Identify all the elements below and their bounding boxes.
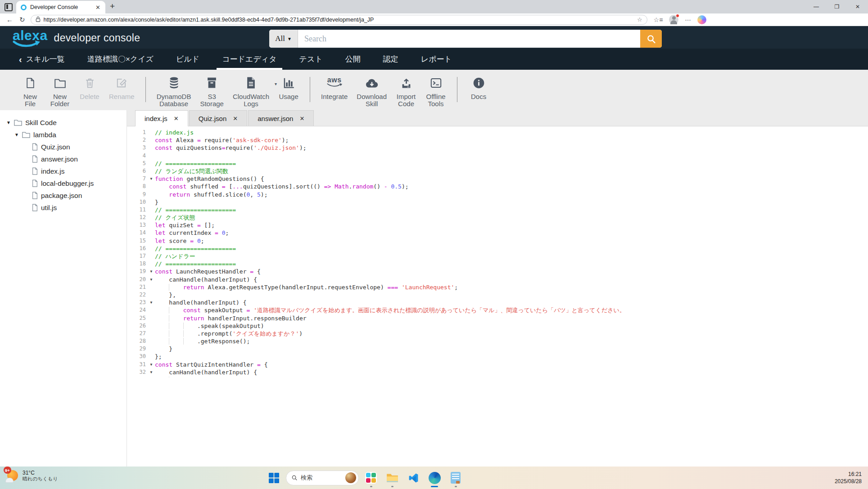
nav-item-report[interactable]: レポート — [416, 49, 457, 70]
toolbar-s3-storage-button[interactable]: S3Storage — [195, 76, 228, 108]
notepad-app[interactable] — [447, 467, 465, 488]
s3-storage-icon — [206, 76, 217, 90]
code-line: 24 const speakOutput = '道路標識マルバツクイズを始めます… — [127, 306, 868, 314]
favorites-icon[interactable]: ☆≡ — [654, 16, 663, 23]
tree-folder-lambda[interactable]: ▼lambda — [6, 129, 127, 141]
line-number: 10 — [127, 198, 148, 206]
fold-arrow-icon[interactable]: ▼ — [148, 361, 155, 368]
back-icon[interactable]: ← — [6, 16, 13, 23]
nav-item-build[interactable]: ビルド — [171, 49, 205, 70]
tree-file-package-json[interactable]: package.json — [6, 189, 127, 202]
bookmark-star-icon[interactable]: ☆ — [637, 16, 642, 23]
toolbar-download-skill-button[interactable]: DownloadSkill — [352, 76, 391, 108]
tab-close-icon[interactable]: ✕ — [174, 115, 179, 122]
edge-app[interactable] — [425, 467, 443, 488]
nav-item-skill-list[interactable]: ‹スキル一覧 — [14, 49, 70, 70]
weather-widget[interactable]: 9+ 31°C 晴れのちくもり — [5, 469, 58, 482]
close-button[interactable]: ✕ — [847, 0, 868, 13]
editor-toolbar: NewFileNewFolderDeleteRenameDynamoDBData… — [0, 70, 868, 110]
nav-item-skill-name[interactable]: 道路標識〇×クイズ — [82, 49, 159, 70]
search-button[interactable] — [640, 30, 662, 48]
taskbar: 9+ 31°C 晴れのちくもり 検索 — [0, 467, 868, 489]
line-number: 30 — [127, 353, 148, 360]
tab-actions-icon[interactable] — [5, 3, 13, 11]
nav-label: 認定 — [383, 54, 398, 64]
tree-file-answer-json[interactable]: answer.json — [6, 153, 127, 165]
tree-label: local-debugger.js — [41, 179, 94, 188]
toolbar-new-file-button[interactable]: NewFile — [15, 76, 45, 108]
editor: index.js✕Quiz.json✕answer.json✕ 1// inde… — [127, 110, 868, 467]
toolbar-import-code-button[interactable]: ImportCode — [391, 76, 421, 108]
file-explorer-app[interactable] — [383, 467, 401, 488]
code-text: function getRandomQuestions() { — [155, 175, 264, 183]
tree-root-skill-code[interactable]: ▼Skill Code — [6, 117, 127, 129]
usage-icon — [283, 76, 295, 90]
tree-file-Quiz-json[interactable]: Quiz.json — [6, 141, 127, 153]
more-menu-icon[interactable]: ⋯ — [685, 16, 691, 23]
slack-app[interactable] — [362, 467, 380, 488]
code-line: 1// index.js — [127, 129, 868, 136]
code-line: 13let quizSet = []; — [127, 221, 868, 229]
folder-icon — [22, 131, 30, 138]
code-view[interactable]: 1// index.js2const Alexa = require('ask-… — [127, 126, 868, 377]
line-number: 20 — [127, 276, 148, 283]
toolbar-usage-button[interactable]: Usage — [274, 76, 303, 100]
toolbar-new-folder-button[interactable]: NewFolder — [45, 76, 75, 108]
refresh-icon[interactable]: ↻ — [19, 16, 25, 24]
alexa-logo[interactable]: alexa developer console — [13, 29, 140, 47]
toolbar-docs-button[interactable]: Docs — [464, 76, 493, 100]
editor-tab-index-js[interactable]: index.js✕ — [135, 110, 188, 126]
line-number: 31 — [127, 361, 148, 368]
editor-tabs: index.js✕Quiz.json✕answer.json✕ — [127, 110, 868, 126]
fold-arrow-icon[interactable]: ▼ — [148, 268, 155, 275]
toolbar-offline-tools-button[interactable]: OfflineTools — [421, 76, 451, 108]
tree-file-local-debugger-js[interactable]: local-debugger.js — [6, 177, 127, 189]
fold-arrow-icon[interactable]: ▼ — [148, 276, 155, 283]
fold-gutter — [148, 283, 155, 291]
taskbar-search[interactable]: 検索 — [286, 471, 359, 485]
fold-arrow-icon[interactable]: ▼ — [148, 175, 155, 183]
copilot-icon[interactable] — [697, 15, 706, 24]
code-line: 20▼ canHandle(handlerInput) { — [127, 276, 868, 283]
toolbar-integrate-button[interactable]: awsIntegrate — [316, 76, 352, 100]
minimize-button[interactable]: — — [806, 0, 827, 13]
address-field[interactable]: https://developer.amazon.com/alexa/conso… — [31, 15, 647, 25]
fold-arrow-icon[interactable]: ▼ — [148, 368, 155, 376]
tree-label: answer.json — [41, 155, 78, 163]
toolbar-dynamodb-database-button[interactable]: DynamoDBDatabase — [152, 76, 196, 108]
tree-file-index-js[interactable]: index.js — [6, 165, 127, 177]
editor-tab-answer-json[interactable]: answer.json✕ — [248, 110, 314, 126]
editor-tab-Quiz-json[interactable]: Quiz.json✕ — [189, 110, 247, 126]
code-text: let currentIndex = 0; — [155, 229, 229, 237]
vscode-app[interactable] — [404, 467, 422, 488]
new-tab-button[interactable]: + — [110, 1, 115, 11]
screen: Developer Console ✕ + — ❐ ✕ ← ↻ https://… — [0, 0, 868, 489]
nav-item-code-editor[interactable]: コードエディタ — [217, 49, 282, 70]
restore-button[interactable]: ❐ — [827, 0, 847, 13]
chevron-expanded-icon[interactable]: ▼ — [6, 120, 11, 125]
offline-tools-icon — [430, 76, 442, 90]
start-button[interactable] — [265, 467, 283, 488]
nav-item-certify[interactable]: 認定 — [378, 49, 404, 70]
tab-close-icon[interactable]: ✕ — [233, 115, 238, 122]
search-scope-dropdown[interactable]: All ▼ — [269, 30, 298, 48]
tab-close-icon[interactable]: ✕ — [299, 115, 304, 122]
nav-label: テスト — [299, 54, 323, 64]
tree-label: Skill Code — [25, 119, 57, 127]
nav-item-test[interactable]: テスト — [294, 49, 328, 70]
search-input[interactable] — [298, 30, 640, 48]
toolbar-label: Rename — [109, 93, 135, 100]
line-number: 24 — [127, 306, 148, 314]
profile-avatar[interactable] — [669, 15, 678, 24]
fold-arrow-icon[interactable]: ▼ — [148, 299, 155, 306]
search-icon — [291, 475, 298, 481]
tree-file-util-js[interactable]: util.js — [6, 202, 127, 214]
nav-item-publish[interactable]: 公開 — [340, 49, 366, 70]
active-indicator — [431, 486, 438, 487]
chevron-expanded-icon[interactable]: ▼ — [14, 132, 19, 137]
browser-tab[interactable]: Developer Console ✕ — [16, 1, 105, 13]
clock[interactable]: 16:21 2025/08/28 — [835, 471, 862, 485]
code-text: return handlerInput.responseBuilder — [155, 314, 307, 322]
toolbar-cloudwatch-logs-button[interactable]: ▾CloudWatchLogs — [228, 76, 274, 108]
tab-close-icon[interactable]: ✕ — [94, 4, 102, 11]
